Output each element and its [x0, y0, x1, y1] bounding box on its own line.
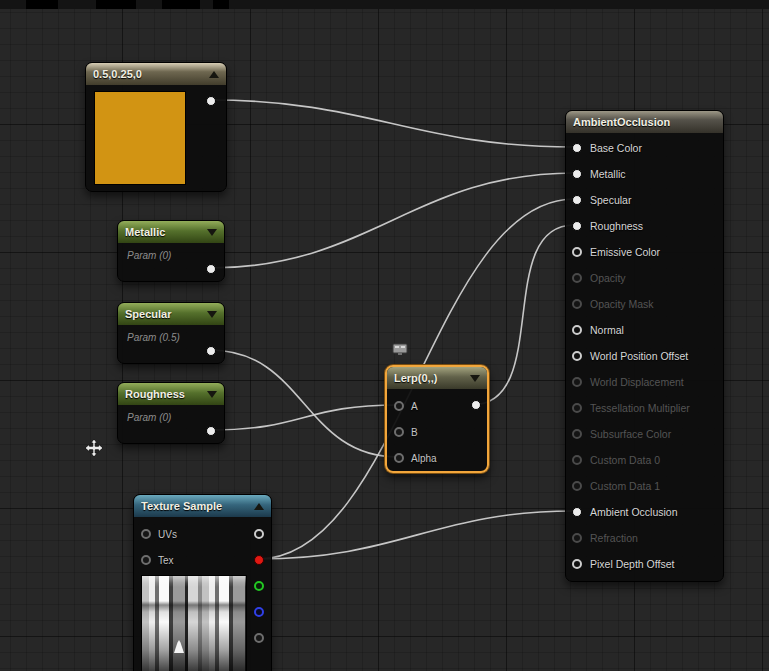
material-pin-label: Opacity [590, 272, 626, 284]
material-pin-label: Metallic [590, 168, 626, 180]
lerp-input-pin-a[interactable] [394, 401, 404, 411]
lerp-input-label-a: A [411, 401, 418, 412]
texture-uvs-input-pin[interactable] [141, 529, 151, 539]
specular-input-pin[interactable] [572, 195, 582, 205]
texture-input-row-uvs: UVs [141, 521, 177, 547]
wire-specular-to-lerp-alpha [210, 350, 398, 457]
specular-param-title: Specular [125, 308, 201, 320]
lerp-input-pin-alpha[interactable] [394, 453, 404, 463]
lerp-output-pin[interactable] [471, 400, 481, 410]
lerp-input-label-alpha: Alpha [411, 453, 437, 464]
material-pin-row-base-color: Base Color [572, 135, 718, 161]
collapse-icon[interactable] [209, 71, 219, 78]
custom-data-1-input-pin [572, 481, 582, 491]
specular-param-value: Param (0.5) [118, 325, 224, 343]
metallic-param-header[interactable]: Metallic [118, 221, 224, 243]
metallic-input-pin[interactable] [572, 169, 582, 179]
constant-color-output-pin[interactable] [206, 96, 216, 106]
material-pin-row-custom-data-0: Custom Data 0 [572, 447, 718, 473]
material-pin-label: Normal [590, 324, 624, 336]
pixel-depth-offset-input-pin[interactable] [572, 559, 582, 569]
expand-icon[interactable] [470, 375, 480, 382]
texture-rgba-output-pin[interactable] [254, 529, 264, 539]
material-pin-row-emissive-color: Emissive Color [572, 239, 718, 265]
preview-monitor-icon [392, 343, 408, 356]
material-pin-row-subsurface-color: Subsurface Color [572, 421, 718, 447]
lerp-node[interactable]: Lerp(0,,) A B Alpha [385, 365, 489, 473]
emissive-color-input-pin[interactable] [572, 247, 582, 257]
material-pin-label: Roughness [590, 220, 643, 232]
material-pin-label: Refraction [590, 532, 638, 544]
top-strip-segment [96, 0, 136, 9]
texture-tex-row: Tex [141, 547, 174, 573]
texture-red-output-pin[interactable] [254, 555, 264, 565]
texture-blue-output-pin[interactable] [254, 607, 264, 617]
opacity-input-pin [572, 273, 582, 283]
texture-sample-header[interactable]: Texture Sample [134, 495, 271, 517]
metallic-param-title: Metallic [125, 226, 201, 238]
top-strip-segment [162, 0, 200, 9]
texture-sample-node[interactable]: Texture Sample UVs Tex [133, 494, 272, 671]
specular-output-pin[interactable] [206, 346, 216, 356]
material-pin-label: Ambient Occlusion [590, 506, 678, 518]
texture-sample-title: Texture Sample [141, 500, 248, 512]
material-pin-row-metallic: Metallic [572, 161, 718, 187]
roughness-output-pin[interactable] [206, 426, 216, 436]
specular-param-node[interactable]: Specular Param (0.5) [117, 302, 225, 364]
constant-color-node-title: 0.5,0.25,0 [93, 68, 203, 80]
material-result-node[interactable]: AmbientOcclusion Base Color Metallic Spe… [565, 110, 724, 582]
material-pin-row-opacity-mask: Opacity Mask [572, 291, 718, 317]
texture-figure-shape [174, 640, 184, 653]
material-pin-label: Base Color [590, 142, 642, 154]
wire-roughness-to-lerp-a [210, 405, 398, 430]
ambient-occlusion-input-pin[interactable] [572, 507, 582, 517]
texture-alpha-output-pin[interactable] [254, 633, 264, 643]
world-displacement-input-pin [572, 377, 582, 387]
material-result-header[interactable]: AmbientOcclusion [566, 111, 723, 133]
material-pin-label: Tessellation Multiplier [590, 402, 690, 414]
texture-tex-input-pin[interactable] [141, 555, 151, 565]
expand-icon[interactable] [207, 391, 217, 398]
material-graph-canvas[interactable]: 0.5,0.25,0 Metallic Param (0) Specular P… [0, 0, 769, 671]
texture-uvs-label: UVs [158, 529, 177, 540]
lerp-node-header[interactable]: Lerp(0,,) [387, 367, 487, 389]
material-pin-row-refraction: Refraction [572, 525, 718, 551]
material-pin-row-specular: Specular [572, 187, 718, 213]
normal-input-pin[interactable] [572, 325, 582, 335]
material-result-title: AmbientOcclusion [573, 116, 716, 128]
collapse-icon[interactable] [254, 503, 264, 510]
expand-icon[interactable] [207, 311, 217, 318]
metallic-param-node[interactable]: Metallic Param (0) [117, 220, 225, 282]
material-pin-row-roughness: Roughness [572, 213, 718, 239]
material-pin-label: World Position Offset [590, 350, 688, 362]
constant-color-node-header[interactable]: 0.5,0.25,0 [86, 63, 226, 85]
wire-color-to-basecolor [210, 100, 574, 147]
material-pin-row-world-displacement: World Displacement [572, 369, 718, 395]
constant-color-node[interactable]: 0.5,0.25,0 [85, 62, 227, 192]
window-top-strip [0, 0, 769, 9]
metallic-param-value: Param (0) [118, 243, 224, 261]
texture-preview-thumbnail [141, 575, 247, 671]
expand-icon[interactable] [207, 229, 217, 236]
metallic-output-pin[interactable] [206, 264, 216, 274]
tessellation-multiplier-input-pin [572, 403, 582, 413]
base-color-input-pin[interactable] [572, 143, 582, 153]
custom-data-0-input-pin [572, 455, 582, 465]
lerp-input-pin-b[interactable] [394, 427, 404, 437]
roughness-param-value: Param (0) [118, 405, 224, 423]
roughness-param-header[interactable]: Roughness [118, 383, 224, 405]
material-pin-label: Opacity Mask [590, 298, 654, 310]
world-position-offset-input-pin[interactable] [572, 351, 582, 361]
material-pin-row-ambient-occlusion: Ambient Occlusion [572, 499, 718, 525]
roughness-param-node[interactable]: Roughness Param (0) [117, 382, 225, 444]
roughness-input-pin[interactable] [572, 221, 582, 231]
subsurface-color-input-pin [572, 429, 582, 439]
material-pin-row-tessellation-multiplier: Tessellation Multiplier [572, 395, 718, 421]
lerp-input-row-a: A [394, 393, 418, 419]
lerp-input-row-alpha: Alpha [394, 445, 437, 471]
move-cursor-icon [85, 439, 103, 457]
material-pin-label: Pixel Depth Offset [590, 558, 674, 570]
specular-param-header[interactable]: Specular [118, 303, 224, 325]
material-pin-label: Custom Data 0 [590, 454, 660, 466]
texture-green-output-pin[interactable] [254, 581, 264, 591]
